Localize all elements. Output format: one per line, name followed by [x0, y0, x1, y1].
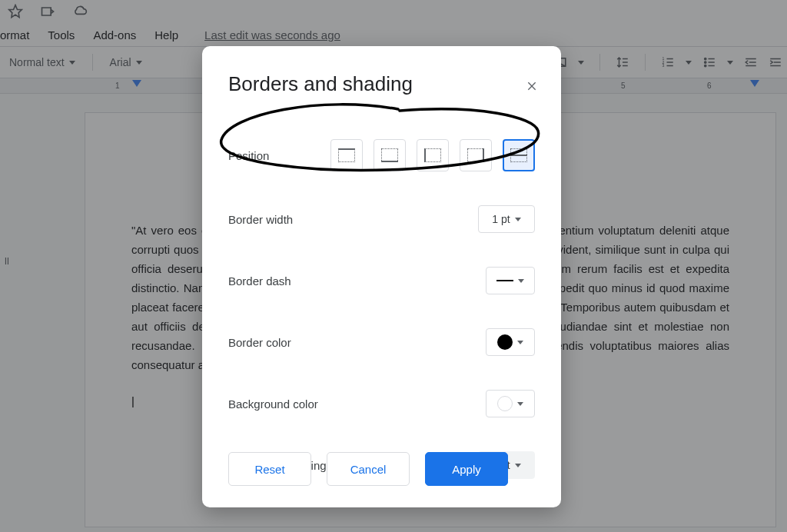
border-color-label: Border color	[228, 336, 291, 349]
border-dash-label: Border dash	[228, 274, 291, 288]
chevron-down-icon	[515, 218, 521, 221]
reset-button[interactable]: Reset	[228, 452, 311, 486]
swatch-black-icon	[497, 334, 513, 350]
dialog-title: Borders and shading	[228, 72, 535, 96]
close-button[interactable]	[523, 77, 541, 95]
position-bottom[interactable]	[374, 139, 406, 171]
swatch-white-icon	[497, 396, 513, 411]
borders-shading-dialog: Borders and shading Position Border widt…	[202, 46, 561, 507]
position-group	[330, 139, 535, 171]
dash-solid-icon	[496, 280, 513, 281]
position-left[interactable]	[417, 139, 449, 171]
dialog-footer: Reset Cancel Apply	[228, 452, 535, 486]
border-width-label: Border width	[228, 213, 293, 226]
position-label: Position	[228, 149, 269, 162]
app: { "menubar": { "format": "ormat", "tools…	[0, 0, 787, 532]
background-color-dropdown[interactable]	[486, 390, 535, 417]
border-dash-dropdown[interactable]	[486, 267, 535, 294]
position-right[interactable]	[460, 139, 492, 171]
apply-button[interactable]: Apply	[425, 452, 508, 486]
chevron-down-icon	[517, 402, 523, 406]
position-between[interactable]	[503, 139, 535, 171]
chevron-down-icon	[517, 341, 523, 344]
chevron-down-icon	[518, 279, 524, 283]
border-width-dropdown[interactable]: 1 pt	[478, 205, 535, 233]
cancel-button[interactable]: Cancel	[327, 452, 410, 486]
background-color-label: Background color	[228, 397, 318, 411]
position-top[interactable]	[330, 139, 363, 171]
border-width-value: 1 pt	[492, 213, 510, 225]
border-color-dropdown[interactable]	[486, 328, 535, 356]
